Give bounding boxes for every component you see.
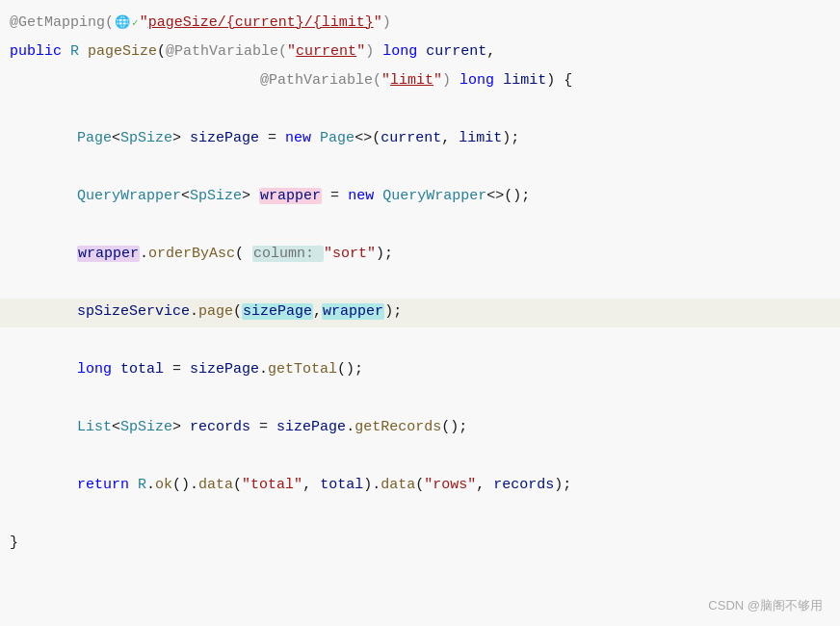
paren2: ( bbox=[235, 243, 252, 266]
code-line-empty2 bbox=[0, 154, 840, 183]
type-spsize1: SpSize bbox=[120, 127, 172, 150]
code-line-6: wrapper.orderByAsc( column: "sort"); bbox=[0, 241, 840, 270]
code-line-5: QueryWrapper<SpSize> wrapper = new Query… bbox=[0, 183, 840, 212]
comma3: , bbox=[313, 300, 322, 324]
str-current-end: " bbox=[356, 40, 365, 64]
var-sizepage4: sizePage bbox=[276, 416, 346, 439]
space2 bbox=[451, 69, 459, 92]
code-line-empty1 bbox=[0, 96, 840, 125]
comma1: , bbox=[486, 40, 495, 64]
kw-long3: long bbox=[77, 358, 120, 381]
ann-pathvar2: @PathVariable( bbox=[260, 69, 381, 92]
var-sizepage: sizePage bbox=[181, 127, 268, 150]
angle2: > bbox=[172, 127, 181, 150]
code-line-2: public R pageSize(@PathVariable("current… bbox=[0, 39, 840, 67]
semi2: ); bbox=[384, 300, 402, 324]
brace-close: } bbox=[10, 532, 18, 555]
str-total: "total" bbox=[242, 474, 302, 497]
code-line-9: List<SpSize> records = sizePage.getRecor… bbox=[0, 414, 840, 443]
code-line-close: } bbox=[0, 530, 840, 559]
type-r: R bbox=[70, 40, 88, 64]
var-wrapper2: wrapper bbox=[77, 243, 140, 266]
type-querywrapper: QueryWrapper bbox=[77, 185, 181, 208]
code-line-empty7 bbox=[0, 443, 840, 472]
method-data1: data bbox=[198, 474, 233, 497]
dot1: . bbox=[140, 243, 148, 266]
angle5: < bbox=[112, 416, 120, 439]
method-ok: ok bbox=[155, 474, 172, 497]
eq4: = bbox=[259, 416, 276, 439]
ann-pathvar2-end: ) bbox=[442, 69, 451, 92]
space4 bbox=[181, 416, 190, 439]
diamond2: <>(); bbox=[486, 185, 530, 208]
semi1: ); bbox=[502, 127, 519, 150]
kw-long1: long bbox=[382, 40, 426, 64]
semi4: (); bbox=[441, 416, 467, 439]
angle1: < bbox=[112, 127, 120, 150]
var-total: total bbox=[120, 358, 172, 381]
kw-public: public bbox=[10, 40, 70, 64]
code-editor: @GetMapping(🌐✓"pageSize/{current}/{limit… bbox=[0, 0, 840, 626]
paren5: (). bbox=[172, 474, 198, 497]
code-line-4: Page<SpSize> sizePage = new Page<>(curre… bbox=[0, 125, 840, 154]
eq2: = bbox=[322, 185, 348, 208]
method-page: page bbox=[198, 300, 233, 324]
comma5: , bbox=[476, 474, 493, 497]
semi5: ); bbox=[554, 474, 571, 497]
arg-wrapper3: wrapper bbox=[322, 300, 384, 324]
arg-records: records bbox=[493, 474, 554, 497]
type-page: Page bbox=[77, 127, 112, 150]
eq3: = bbox=[172, 358, 190, 381]
angle3: < bbox=[181, 185, 190, 208]
dot2: . bbox=[190, 300, 198, 324]
code-line-1: @GetMapping(🌐✓"pageSize/{current}/{limit… bbox=[0, 10, 840, 39]
annotation-getmapping: @GetMapping( bbox=[10, 12, 114, 35]
str-limit-val: limit bbox=[390, 69, 433, 92]
paren6: ( bbox=[233, 474, 242, 497]
arg-current: current bbox=[381, 127, 441, 150]
type-spsize3: SpSize bbox=[120, 416, 172, 439]
method-orderbyasc: orderByAsc bbox=[148, 243, 235, 266]
diamond1: <>( bbox=[354, 127, 381, 150]
dot3: . bbox=[259, 358, 268, 381]
method-data2: data bbox=[381, 474, 415, 497]
type-spsize2: SpSize bbox=[190, 185, 242, 208]
comma4: , bbox=[302, 474, 320, 497]
type-qw2: QueryWrapper bbox=[382, 185, 486, 208]
code-line-10: return R.ok().data("total", total).data(… bbox=[0, 472, 840, 501]
str-sort: "sort" bbox=[324, 243, 376, 266]
paren7: ). bbox=[363, 474, 381, 497]
type-r2: R bbox=[138, 474, 146, 497]
var-records: records bbox=[190, 416, 259, 439]
method-getrecords: getRecords bbox=[354, 416, 441, 439]
param-current: current bbox=[426, 40, 486, 64]
param-hint-column: column: bbox=[252, 243, 324, 266]
paren3: ); bbox=[376, 243, 393, 266]
code-line-empty6 bbox=[0, 385, 840, 414]
method-pagesize: pageSize bbox=[88, 40, 157, 64]
dot5: . bbox=[146, 474, 155, 497]
string-path-end: " bbox=[374, 12, 382, 35]
var-sizepage3: sizePage bbox=[190, 358, 259, 381]
checkmark-icon: ✓ bbox=[132, 16, 139, 29]
code-line-empty8 bbox=[0, 501, 840, 530]
dot4: . bbox=[346, 416, 354, 439]
kw-return: return bbox=[77, 474, 138, 497]
type-list: List bbox=[77, 416, 112, 439]
str-limit: " bbox=[381, 69, 390, 92]
paren4: ( bbox=[233, 300, 242, 324]
paren-open: ( bbox=[157, 40, 166, 64]
angle4: > bbox=[242, 185, 250, 208]
string-path: " bbox=[140, 12, 148, 35]
code-line-empty3 bbox=[0, 212, 840, 241]
globe-icon: 🌐 bbox=[115, 14, 130, 30]
kw-long2: long bbox=[459, 69, 503, 92]
ann-pathvar1-end: ) bbox=[365, 40, 374, 64]
type-page2: Page bbox=[320, 127, 354, 150]
param-limit: limit bbox=[503, 69, 546, 92]
ann-pathvar1: @PathVariable( bbox=[166, 40, 287, 64]
code-line-7: spSizeService.page(sizePage,wrapper); bbox=[0, 299, 840, 327]
str-rows: "rows" bbox=[424, 474, 476, 497]
semi3: (); bbox=[337, 358, 363, 381]
space1 bbox=[374, 40, 382, 64]
